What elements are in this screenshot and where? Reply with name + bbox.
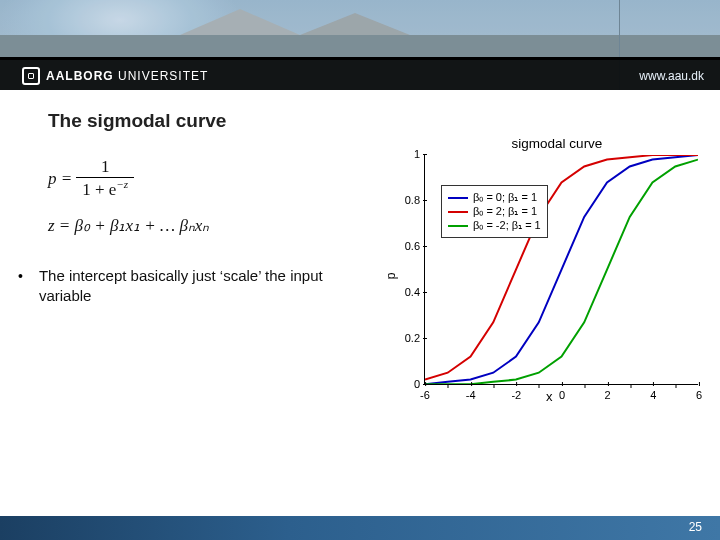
bullet-text: The intercept basically just ‘scale’ the…	[39, 266, 378, 305]
y-tick: 0.2	[405, 332, 420, 344]
legend-swatch	[448, 197, 468, 199]
legend-swatch	[448, 225, 468, 227]
formula-z: z = β₀ + β₁x₁ + … βₙxₙ	[48, 215, 378, 236]
legend-label: β₀ = 2; β₁ = 1	[473, 205, 537, 218]
legend-label: β₀ = -2; β₁ = 1	[473, 219, 541, 232]
x-tick: -4	[466, 389, 476, 401]
legend-row: β₀ = -2; β₁ = 1	[448, 219, 541, 232]
slide-body: The sigmodal curve p = 1 1 + e−z z = β₀ …	[0, 90, 720, 516]
x-tick: 2	[605, 389, 611, 401]
site-url: www.aau.dk	[639, 69, 704, 83]
bullet-item: • The intercept basically just ‘scale’ t…	[18, 266, 378, 305]
y-tick: 0.6	[405, 240, 420, 252]
y-tick: 0.4	[405, 286, 420, 298]
legend-row: β₀ = 2; β₁ = 1	[448, 205, 541, 218]
slide-header: AALBORG UNIVERSITET www.aau.dk	[0, 0, 720, 90]
logo-mark-icon	[22, 67, 40, 85]
y-tick: 0	[414, 378, 420, 390]
sigmoid-chart: sigmodal curve p β₀ = 0; β₁ = 1 β₀ = 2; …	[386, 136, 720, 416]
chart-title: sigmodal curve	[394, 136, 720, 151]
logo-text-bold: AALBORG	[46, 69, 114, 83]
logo-text-rest: UNIVERSITET	[118, 69, 208, 83]
slide-title: The sigmodal curve	[48, 110, 720, 132]
legend-label: β₀ = 0; β₁ = 1	[473, 191, 537, 204]
formula-block: p = 1 1 + e−z z = β₀ + β₁x₁ + … βₙxₙ	[48, 158, 378, 236]
plot-area: β₀ = 0; β₁ = 1 β₀ = 2; β₁ = 1 β₀ = -2; β…	[424, 155, 698, 385]
x-tick: 4	[650, 389, 656, 401]
bullet-dot-icon: •	[18, 266, 23, 286]
header-bar: AALBORG UNIVERSITET www.aau.dk	[0, 60, 720, 90]
formula-p: p = 1 1 + e−z	[48, 158, 378, 199]
x-tick: -6	[420, 389, 430, 401]
legend-swatch	[448, 211, 468, 213]
legend-row: β₀ = 0; β₁ = 1	[448, 191, 541, 204]
left-column: p = 1 1 + e−z z = β₀ + β₁x₁ + … βₙxₙ • T…	[48, 158, 378, 305]
y-tick: 0.8	[405, 194, 420, 206]
y-axis-label: p	[384, 273, 398, 280]
chart-legend: β₀ = 0; β₁ = 1 β₀ = 2; β₁ = 1 β₀ = -2; β…	[441, 185, 548, 238]
university-logo: AALBORG UNIVERSITET	[22, 67, 208, 85]
x-tick: -2	[511, 389, 521, 401]
y-tick: 1	[414, 148, 420, 160]
page-number: 25	[689, 520, 702, 534]
slide-footer: 25	[0, 516, 720, 540]
x-tick: 6	[696, 389, 702, 401]
x-axis-label: x	[546, 389, 566, 404]
